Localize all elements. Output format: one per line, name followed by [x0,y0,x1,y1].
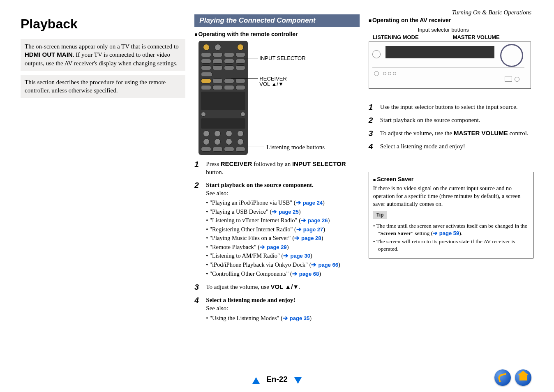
remote-controller-image [199,41,248,155]
header-section-title: Turning On & Basic Operations [452,9,531,16]
page-link[interactable]: page 24 [303,200,323,206]
list-item: "Playing an iPod/iPhone via USB" (➔ page… [206,199,359,207]
back-arrow-icon [497,373,508,382]
page-title: Playback [21,16,185,32]
page-link[interactable]: page 25 [279,209,298,215]
link-page-59[interactable]: page 59 [439,230,459,236]
home-icon [519,375,527,380]
back-button[interactable] [494,369,511,386]
subhead-av: ■Operating on the AV receiver [369,17,533,23]
list-item: "Listening to AM/FM Radio" (➔ page 30) [206,252,359,260]
step-2: 2 Start playback on the source component… [194,181,359,279]
label-input-selector: INPUT SELECTOR [259,55,305,61]
page-link[interactable]: page 30 [290,253,310,259]
tip-label: Tip [373,211,387,219]
column-center: Playing the Connected Component ■Operati… [194,14,359,327]
see-also-list-4: "Using the Listening Modes" (➔ page 35) [206,314,359,323]
step-3: 3 To adjust the volume, use VOL ▲/▼. [194,283,359,292]
step-4: 4 Select a listening mode and enjoy! See… [194,296,359,323]
steps-av: 1 Use the input selector buttons to sele… [369,103,533,151]
nav-buttons [494,369,531,386]
step-av-2: 2 Start playback on the source component… [369,116,533,125]
step-1: 1 Press RECEIVER followed by an INPUT SE… [194,160,359,177]
note-remote: This section describes the procedure for… [21,75,185,98]
see-also-list-2: "Playing an iPod/iPhone via USB" (➔ page… [206,199,359,278]
page-link[interactable]: page 68 [299,271,319,277]
page-link[interactable]: page 27 [303,226,323,233]
receiver-front-panel [369,42,531,89]
tip-1: The time until the screen saver activate… [373,222,529,237]
step-av-4: 4 Select a listening mode and enjoy! [369,142,533,151]
column-right: ■Operating on the AV receiver Input sele… [369,14,533,327]
list-item: "Listening to vTuner Internet Radio" (➔ … [206,217,359,225]
tip-2: The screen will return to its previous s… [373,238,529,253]
list-item: "Remote Playback" (➔ page 29) [206,243,359,251]
steps-remote: 1 Press RECEIVER followed by an INPUT SE… [194,160,359,323]
page-link[interactable]: page 29 [267,244,286,250]
remote-diagram: INPUT SELECTOR RECEIVER VOL ▲/▼ Listenin… [194,41,359,160]
list-item: "Playing a USB Device" (➔ page 25) [206,208,359,216]
list-item: "Registering Other Internet Radio" (➔ pa… [206,226,359,234]
screen-saver-body: If there is no video signal on the curre… [373,185,529,208]
screen-saver-box: ■ Screen Saver If there is no video sign… [369,172,533,258]
page-link[interactable]: page 35 [290,315,309,321]
page-footer: En-22 [0,375,554,384]
home-button[interactable] [515,369,531,386]
label-listening-mode: Listening mode buttons [266,144,325,151]
page-link[interactable]: page 26 [308,217,328,224]
page-link[interactable]: page 66 [319,262,338,268]
label-input-selector-buttons: Input selector buttons [418,27,469,33]
page-number: En-22 [266,375,288,383]
step-av-3: 3 To adjust the volume, use the MASTER V… [369,129,533,138]
section-heading: Playing the Connected Component [194,14,359,27]
prev-page-icon[interactable] [252,377,260,384]
label-vol: VOL ▲/▼ [259,81,284,87]
step-av-1: 1 Use the input selector buttons to sele… [369,103,533,112]
tip-list: The time until the screen saver activate… [373,222,529,253]
page-link[interactable]: page 28 [301,235,321,241]
column-left: Playback The on-screen menus appear only… [21,14,185,327]
label-listening-mode-front: LISTENING MODE [373,34,419,40]
next-page-icon[interactable] [294,377,302,384]
subhead-remote: ■Operating with the remote controller [194,31,359,37]
list-item: "Using the Listening Modes" (➔ page 35) [206,314,359,323]
receiver-diagram: Input selector buttons LISTENING MODE MA… [369,27,533,95]
note-hdmi: The on-screen menus appear only on a TV … [21,39,185,71]
list-item: "Playing Music Files on a Server" (➔ pag… [206,234,359,242]
list-item: "Controlling Other Components" (➔ page 6… [206,270,359,278]
label-master-volume: MASTER VOLUME [453,34,500,40]
screen-saver-heading: ■ Screen Saver [373,175,529,183]
list-item: "iPod/iPhone Playback via Onkyo Dock" (➔… [206,261,359,269]
